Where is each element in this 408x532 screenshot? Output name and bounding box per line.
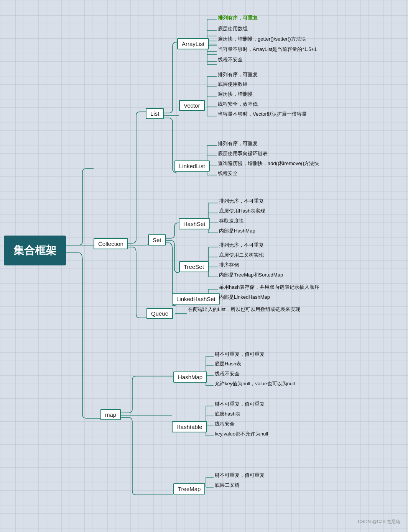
leaf-queue-1: 在两端出入的List，所以也可以用数组或链表来实现: [188, 306, 300, 313]
set-node: Set: [148, 234, 166, 246]
queue-node: Queue: [146, 308, 173, 319]
hashset-node: HashSet: [179, 218, 210, 229]
leaf-treemap-1: 键不可重复，值可重复: [215, 472, 265, 479]
leaf-vector-3: 遍历快，增删慢: [218, 91, 253, 98]
leaf-arraylist-4: 当容量不够时，ArrayList是当前容量的*1.5+1: [218, 46, 317, 53]
leaf-hashmap-3: 线程不安全: [215, 370, 240, 377]
leaf-linkedlist-3: 查询遍历慢，增删快，add()和remove()方法快: [218, 160, 319, 167]
linkedlist-node: LinkedList: [174, 160, 210, 172]
leaf-vector-4: 线程安全，效率低: [218, 101, 258, 108]
leaf-arraylist-2: 底层使用数组: [218, 25, 248, 32]
leaf-hashtable-4: key,value都不允许为null: [215, 431, 268, 437]
leaf-hashtable-3: 线程安全: [215, 421, 235, 427]
leaf-linkedlist-1: 排列有序，可重复: [218, 140, 258, 147]
leaf-linkedhashset-1: 采用hash表存储，并用双向链表记录插入顺序: [219, 284, 319, 291]
treeset-node: TreeSet: [179, 261, 209, 272]
leaf-treeset-2: 底层使用二叉树实现: [219, 252, 264, 259]
list-node: List: [146, 108, 164, 119]
hashtable-node: Hashtable: [172, 421, 207, 432]
leaf-vector-1: 排列有序，可重复: [218, 71, 258, 78]
root-node: 集合框架: [4, 236, 66, 265]
linkedhashset-node: LinkedHashSet: [172, 293, 220, 304]
leaf-hashmap-1: 键不可重复，值可重复: [215, 351, 265, 358]
leaf-arraylist-1: 排列有序，可重复: [218, 15, 258, 21]
main-container: 集合框架 Collection map List Set Queue Array…: [0, 0, 408, 532]
watermark: CSDN @Carl:杰尼龟: [358, 519, 400, 525]
leaf-treemap-2: 底层二叉树: [215, 482, 240, 489]
leaf-treeset-3: 排序存储: [219, 262, 239, 268]
leaf-hashmap-2: 底层Hash表: [215, 360, 241, 367]
collection-node: Collection: [94, 238, 128, 249]
leaf-linkedlist-4: 线程安全: [218, 170, 238, 177]
map-node: map: [100, 409, 121, 420]
leaf-arraylist-5: 线程不安全: [218, 56, 243, 63]
leaf-linkedhashset-2: 内部是LinkedHashMap: [219, 294, 270, 301]
leaf-vector-5: 当容量不够时，Vector默认扩展一倍容量: [218, 111, 307, 118]
leaf-treeset-4: 内部是TreeMap和SortedMap: [219, 272, 283, 278]
treemap-node: TreeMap: [173, 483, 205, 494]
leaf-hashtable-1: 键不可重复，值可重复: [215, 401, 265, 408]
leaf-hashtable-2: 底层hash表: [215, 411, 240, 417]
leaf-hashset-3: 存取速度快: [219, 218, 244, 224]
hashmap-node: HashMap: [173, 372, 207, 383]
leaf-hashset-4: 内部是HashMap: [219, 228, 255, 234]
leaf-hashset-2: 底层使用Hash表实现: [219, 208, 265, 214]
leaf-linkedlist-2: 底层使用双向循环链表: [218, 150, 268, 157]
leaf-hashset-1: 排列无序，不可重复: [219, 198, 264, 205]
arraylist-node: ArrayList: [177, 38, 209, 49]
leaf-arraylist-3: 遍历快，增删慢，getter()/setter()方法快: [218, 36, 306, 43]
leaf-hashmap-4: 允许key值为null，value也可以为null: [215, 380, 295, 387]
vector-node: Vector: [179, 100, 205, 111]
leaf-treeset-1: 排列无序，不可重复: [219, 242, 264, 249]
leaf-vector-2: 底层使用数组: [218, 81, 248, 88]
